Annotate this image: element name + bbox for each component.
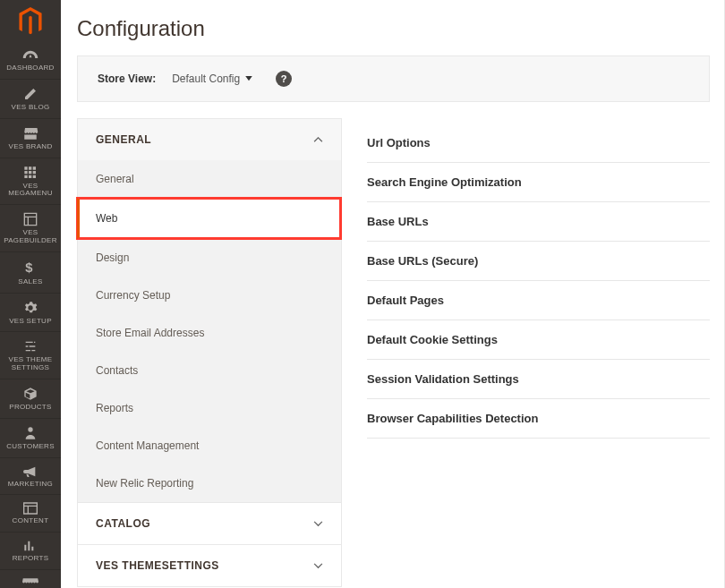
gear-icon [23,301,38,315]
storefront-icon [22,126,38,141]
nav-more[interactable] [0,570,61,588]
nav-ves-setup[interactable]: VES SETUP [0,294,61,333]
detail-default-pages[interactable]: Default Pages [367,281,710,320]
chevron-down-icon [313,559,323,572]
page-title: Configuration [77,16,710,41]
store-view-label: Store View: [98,72,156,85]
config-item-new-relic[interactable]: New Relic Reporting [78,464,341,502]
config-detail: Url Options Search Engine Optimization B… [367,118,710,587]
nav-ves-megamenu[interactable]: VES MEGAMENU [0,158,61,206]
config-item-general[interactable]: General [78,160,341,198]
layout-icon [23,212,38,226]
detail-session-validation[interactable]: Session Validation Settings [367,360,710,399]
config-item-content-management[interactable]: Content Management [78,427,341,464]
nav-label: VES THEME SETTINGS [0,356,61,372]
config-section-ves-themesettings[interactable]: VES THEMESETTINGS [77,544,342,587]
chevron-down-icon [313,517,323,530]
nav-ves-pagebuilder[interactable]: VES PAGEBUILDER [0,205,61,252]
config-item-reports[interactable]: Reports [78,389,341,427]
store-view-bar: Store View: Default Config ? [77,55,710,102]
main-content: Configuration Store View: Default Config… [61,0,725,588]
nav-label: VES BRAND [9,143,53,151]
detail-base-urls[interactable]: Base URLs [367,202,710,242]
config-item-design[interactable]: Design [78,239,341,277]
nav-label: PRODUCTS [9,404,51,412]
person-icon [24,426,37,440]
detail-browser-capabilities[interactable]: Browser Capabilities Detection [367,399,710,439]
nav-label: CONTENT [13,517,49,525]
config-nav: GENERAL General Web Design Currency Setu… [77,118,342,587]
nav-label: VES MEGAMENU [0,183,61,199]
detail-default-cookie[interactable]: Default Cookie Settings [367,320,710,360]
dashboard-icon [22,49,38,62]
help-icon[interactable]: ? [276,71,292,87]
nav-marketing[interactable]: MARKETING [0,458,61,496]
caret-down-icon [245,76,252,81]
magento-logo[interactable] [0,0,61,42]
box-icon [23,387,38,401]
nav-label: REPORTS [13,555,49,563]
bar-chart-icon [23,540,38,552]
chevron-up-icon [313,133,323,146]
nav-ves-blog[interactable]: VES BLOG [0,80,61,119]
nav-label: CUSTOMERS [6,443,55,451]
megaphone-icon [23,465,38,478]
store-view-selector[interactable]: Default Config [172,72,252,85]
nav-ves-brand[interactable]: VES BRAND [0,119,61,158]
content-icon [23,502,38,515]
pencil-icon [23,87,38,101]
nav-dashboard[interactable]: DASHBOARD [0,42,61,80]
config-section-general-items: General Web Design Currency Setup Store … [77,160,342,503]
config-section-general[interactable]: GENERAL [77,118,342,160]
nav-products[interactable]: PRODUCTS [0,379,61,419]
config-item-web[interactable]: Web [77,198,341,239]
nav-label: DASHBOARD [6,64,54,72]
nav-ves-theme-settings[interactable]: VES THEME SETTINGS [0,332,61,379]
detail-url-options[interactable]: Url Options [367,124,710,163]
config-item-store-email[interactable]: Store Email Addresses [78,314,341,352]
sliders-icon [23,339,38,354]
nav-reports[interactable]: REPORTS [0,533,61,570]
detail-seo[interactable]: Search Engine Optimization [367,163,710,202]
config-item-contacts[interactable]: Contacts [78,352,341,389]
dollar-icon: $ [25,260,36,276]
magento-logo-icon [18,7,43,36]
detail-base-urls-secure[interactable]: Base URLs (Secure) [367,242,710,281]
svg-text:$: $ [25,260,32,275]
nav-label: MARKETING [8,481,53,489]
nav-label: VES PAGEBUILDER [0,229,61,245]
admin-sidebar: DASHBOARD VES BLOG VES BRAND VES MEGAMEN… [0,0,61,588]
nav-customers[interactable]: CUSTOMERS [0,419,61,458]
nav-content[interactable]: CONTENT [0,495,61,533]
stores-icon [22,577,38,586]
config-item-currency-setup[interactable]: Currency Setup [78,277,341,314]
config-section-catalog[interactable]: CATALOG [77,502,342,545]
nav-label: VES SETUP [9,318,52,326]
grid-icon [23,166,38,180]
nav-label: VES BLOG [12,104,50,112]
nav-label: SALES [18,278,42,286]
nav-sales[interactable]: $ SALES [0,252,61,294]
